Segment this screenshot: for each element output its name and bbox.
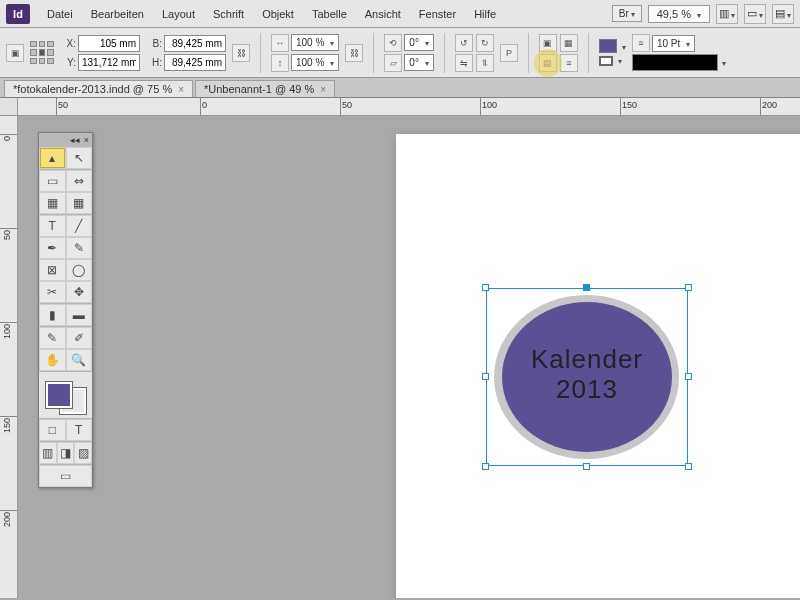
pen-tool[interactable]: ✒ [39, 237, 66, 259]
type-tool[interactable]: T [39, 215, 66, 237]
fitting2-icon[interactable]: ≡ [560, 54, 578, 72]
arrange-icon[interactable]: ▤ [772, 4, 794, 24]
constrain-scale-icon[interactable]: ⛓ [345, 44, 363, 62]
direct-selection-tool[interactable]: ↖ [66, 147, 93, 169]
collapse-icon[interactable]: ◂◂ [70, 135, 80, 145]
object-mode-icon[interactable]: ▣ [6, 44, 24, 62]
canvas[interactable]: ◂◂× ▴↖▭⇔▦▦T╱✒✎⊠◯✂✥▮▬✎✐✋🔍□T▥◨▨▭ Kalender … [18, 116, 800, 598]
menu-objekt[interactable]: Objekt [253, 4, 303, 24]
scale-x-icon: ↔ [271, 34, 289, 52]
menu-layout[interactable]: Layout [153, 4, 204, 24]
note-tool[interactable]: ✎ [39, 327, 66, 349]
resize-handle-e[interactable] [685, 373, 692, 380]
document-tab-active[interactable]: *fotokalender-2013.indd @ 75 %× [4, 80, 193, 97]
fill-dropdown-icon[interactable] [620, 41, 626, 52]
menu-hilfe[interactable]: Hilfe [465, 4, 505, 24]
vertical-ruler[interactable]: 050100150200 [0, 116, 18, 598]
w-label: B: [146, 38, 162, 49]
horizontal-ruler[interactable]: 50050100150200 [18, 98, 800, 116]
menu-schrift[interactable]: Schrift [204, 4, 253, 24]
rotate-icon: ⟲ [384, 34, 402, 52]
selection-bounding-box[interactable] [486, 288, 688, 466]
resize-handle-s[interactable] [583, 463, 590, 470]
apply-mode-2[interactable]: ▨ [74, 442, 92, 464]
gradient-swatch-tool[interactable]: ▮ [39, 304, 66, 326]
close-panel-icon[interactable]: × [84, 135, 89, 145]
menu-datei[interactable]: Datei [38, 4, 82, 24]
gradient-feather-tool[interactable]: ▬ [66, 304, 93, 326]
eyedropper-tool[interactable]: ✐ [66, 327, 93, 349]
menu-tabelle[interactable]: Tabelle [303, 4, 356, 24]
zoom-dropdown[interactable]: 49,5 % [648, 5, 710, 23]
ellipse-tool[interactable]: ◯ [66, 259, 93, 281]
apply-mode-0[interactable]: ▥ [39, 442, 57, 464]
scale-y-icon: ↕ [271, 54, 289, 72]
stroke-dropdown-icon[interactable] [616, 55, 622, 66]
resize-handle-ne[interactable] [685, 284, 692, 291]
tool-panel[interactable]: ◂◂× ▴↖▭⇔▦▦T╱✒✎⊠◯✂✥▮▬✎✐✋🔍□T▥◨▨▭ [38, 132, 93, 488]
hand-tool[interactable]: ✋ [39, 349, 66, 371]
menu-bearbeiten[interactable]: Bearbeiten [82, 4, 153, 24]
y-label: Y: [60, 57, 76, 68]
resize-handle-nw[interactable] [482, 284, 489, 291]
document-tab-inactive[interactable]: *Unbenannt-1 @ 49 %× [195, 80, 335, 97]
w-field[interactable] [164, 35, 226, 52]
screen-mode-tool[interactable]: ▭ [39, 465, 92, 487]
apply-mode-1[interactable]: ◨ [57, 442, 75, 464]
fill-stroke-swatch[interactable] [39, 372, 92, 418]
x-label: X: [60, 38, 76, 49]
resize-handle-w[interactable] [482, 373, 489, 380]
foreground-swatch[interactable] [46, 382, 72, 408]
format-mode-0[interactable]: □ [39, 419, 66, 441]
close-tab-icon[interactable]: × [320, 84, 326, 95]
stroke-swatch[interactable] [599, 56, 613, 66]
menu-bar: Id Datei Bearbeiten Layout Schrift Objek… [0, 0, 800, 28]
rectangle-frame-tool[interactable]: ⊠ [39, 259, 66, 281]
fitting-icon[interactable]: ▤ [539, 54, 557, 72]
screen-mode-icon[interactable]: ▭ [744, 4, 766, 24]
control-bar: ▣ X: Y: B: H: ⛓ ↔100 % ↕100 % ⛓ ⟲0° ▱0° … [0, 28, 800, 78]
scale-y-field[interactable]: 100 % [291, 54, 339, 71]
view-mode-icon[interactable]: ▥ [716, 4, 738, 24]
close-tab-icon[interactable]: × [178, 84, 184, 95]
content-placer-tool[interactable]: ▦ [66, 192, 93, 214]
rotate-field[interactable]: 0° [404, 34, 434, 51]
stroke-style-dropdown[interactable]: — [632, 54, 718, 71]
fill-stroke-group [599, 39, 626, 66]
fill-swatch[interactable] [599, 39, 617, 53]
resize-handle-sw[interactable] [482, 463, 489, 470]
flip-v-icon[interactable]: ⥮ [476, 54, 494, 72]
tool-panel-header[interactable]: ◂◂× [39, 133, 92, 147]
y-field[interactable] [78, 54, 140, 71]
line-tool[interactable]: ╱ [66, 215, 93, 237]
gap-tool[interactable]: ⇔ [66, 170, 93, 192]
content-collector-tool[interactable]: ▦ [39, 192, 66, 214]
scale-x-field[interactable]: 100 % [291, 34, 339, 51]
flip-h-icon[interactable]: ⇋ [455, 54, 473, 72]
scissors-tool[interactable]: ✂ [39, 281, 66, 303]
selection-tool[interactable]: ▴ [39, 147, 66, 169]
ruler-origin-corner[interactable] [0, 98, 18, 116]
rotate-ccw-icon[interactable]: ↺ [455, 34, 473, 52]
page-tool[interactable]: ▭ [39, 170, 66, 192]
stroke-weight-field[interactable]: 10 Pt [652, 35, 695, 52]
document-tab-bar: *fotokalender-2013.indd @ 75 %× *Unbenan… [0, 78, 800, 98]
free-transform-tool[interactable]: ✥ [66, 281, 93, 303]
rotate-cw-icon[interactable]: ↻ [476, 34, 494, 52]
constrain-wh-icon[interactable]: ⛓ [232, 44, 250, 62]
select-content-icon[interactable]: ▦ [560, 34, 578, 52]
zoom-tool[interactable]: 🔍 [66, 349, 93, 371]
resize-handle-se[interactable] [685, 463, 692, 470]
x-field[interactable] [78, 35, 140, 52]
format-mode-1[interactable]: T [66, 419, 93, 441]
reference-point-grid[interactable] [30, 41, 54, 65]
bridge-button[interactable]: Br [612, 5, 642, 22]
menu-fenster[interactable]: Fenster [410, 4, 465, 24]
h-field[interactable] [164, 54, 226, 71]
p-icon[interactable]: P [500, 44, 518, 62]
shear-field[interactable]: 0° [404, 54, 434, 71]
resize-handle-n[interactable] [583, 284, 590, 291]
pencil-tool[interactable]: ✎ [66, 237, 93, 259]
menu-ansicht[interactable]: Ansicht [356, 4, 410, 24]
app-badge-icon: Id [6, 4, 30, 24]
